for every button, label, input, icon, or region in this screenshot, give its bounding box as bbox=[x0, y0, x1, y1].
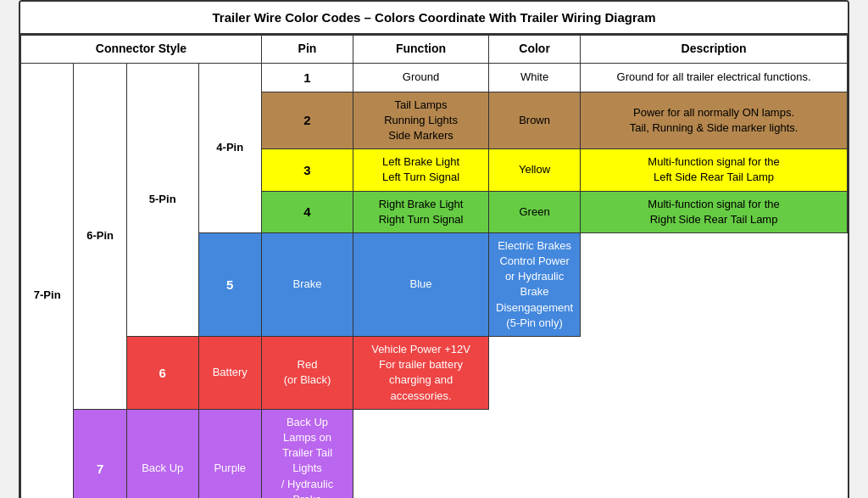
function-cell: Battery bbox=[198, 337, 261, 410]
description-cell: Multi-function signal for the Right Side… bbox=[581, 191, 848, 232]
function-cell: Right Brake Light Right Turn Signal bbox=[353, 191, 489, 232]
pin-number: 4 bbox=[261, 191, 353, 232]
description-cell: Back Up Lamps on Trailer Tail Lights / H… bbox=[261, 409, 353, 498]
connector-7pin: 7-Pin bbox=[21, 63, 74, 498]
description-cell: Power for all normally ON lamps. Tail, R… bbox=[581, 92, 848, 149]
color-cell: Brown bbox=[489, 92, 581, 149]
main-title: Trailer Wire Color Codes – Colors Coordi… bbox=[20, 2, 848, 35]
function-cell: Ground bbox=[353, 63, 489, 92]
color-cell: Purple bbox=[198, 409, 261, 498]
connector-5pin: 5-Pin bbox=[126, 63, 198, 336]
color-cell: Yellow bbox=[489, 149, 581, 191]
table-row: 6BatteryRed (or Black)Vehicle Power +12V… bbox=[21, 337, 848, 410]
table-wrapper: Trailer Wire Color Codes – Colors Coordi… bbox=[19, 0, 849, 498]
function-cell: Back Up bbox=[126, 409, 198, 498]
table-row: 7-Pin6-Pin5-Pin4-Pin1GroundWhiteGround f… bbox=[21, 63, 848, 92]
description-cell: Ground for all trailer electrical functi… bbox=[581, 63, 848, 92]
description-cell: Electric Brakes Control Power or Hydraul… bbox=[489, 232, 581, 336]
table-row: 7Back UpPurpleBack Up Lamps on Trailer T… bbox=[21, 409, 848, 498]
connector-4pin: 4-Pin bbox=[198, 63, 261, 232]
pin-number: 6 bbox=[126, 337, 198, 410]
function-cell: Brake bbox=[261, 232, 353, 336]
description-cell: Vehicle Power +12V For trailer battery c… bbox=[353, 337, 489, 410]
description-cell: Multi-function signal for the Left Side … bbox=[581, 149, 848, 191]
color-cell: Blue bbox=[353, 232, 489, 336]
header-description: Description bbox=[581, 36, 848, 64]
header-color: Color bbox=[489, 36, 581, 64]
connector-6pin: 6-Pin bbox=[74, 63, 126, 409]
header-pin: Pin bbox=[261, 36, 353, 64]
color-cell: White bbox=[489, 63, 581, 92]
color-cell: Red (or Black) bbox=[261, 337, 353, 410]
wire-color-table: Connector Style Pin Function Color Descr… bbox=[20, 35, 848, 498]
header-function: Function bbox=[353, 36, 489, 64]
pin-number: 3 bbox=[261, 149, 353, 191]
function-cell: Left Brake Light Left Turn Signal bbox=[353, 149, 489, 191]
header-connector: Connector Style bbox=[21, 36, 262, 64]
pin-number: 1 bbox=[261, 63, 353, 92]
function-cell: Tail Lamps Running Lights Side Markers bbox=[353, 92, 489, 149]
pin-number: 5 bbox=[198, 232, 261, 336]
color-cell: Green bbox=[489, 191, 581, 232]
pin-number: 7 bbox=[74, 409, 126, 498]
pin-number: 2 bbox=[261, 92, 353, 149]
